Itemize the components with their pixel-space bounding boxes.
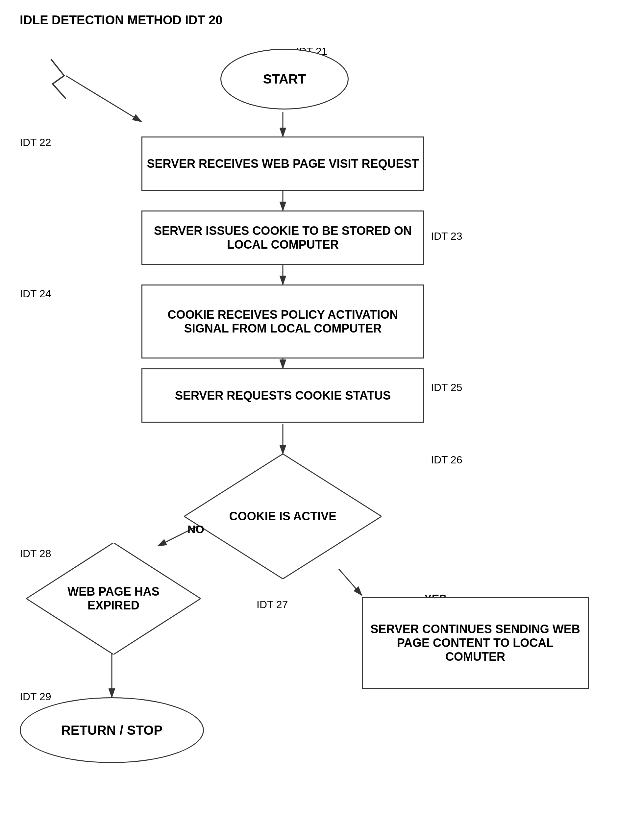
diamond-idt28-label: WEB PAGE HAS EXPIRED (52, 569, 174, 628)
diamond-idt28: WEB PAGE HAS EXPIRED (26, 543, 201, 654)
idt24-label: COOKIE RECEIVES POLICY ACTIVATION SIGNAL… (146, 308, 420, 336)
box-idt24: COOKIE RECEIVES POLICY ACTIVATION SIGNAL… (142, 284, 424, 359)
idt27-label: SERVER CONTINUES SENDING WEB PAGE CONTEN… (366, 622, 584, 664)
label-idt24: IDT 24 (20, 288, 51, 300)
idt29-label: RETURN / STOP (61, 723, 163, 738)
label-idt27: IDT 27 (256, 599, 288, 611)
svg-line-1 (66, 76, 142, 122)
return-stop-oval: RETURN / STOP (20, 697, 204, 763)
diamond-idt26: COOKIE IS ACTIVE (184, 454, 382, 579)
idt22-label: SERVER RECEIVES WEB PAGE VISIT REQUEST (147, 157, 419, 171)
no-label: NO (188, 523, 204, 536)
label-idt23: IDT 23 (431, 230, 462, 242)
diamond-idt26-label: COOKIE IS ACTIVE (217, 487, 349, 546)
label-idt26: IDT 26 (431, 454, 462, 466)
box-idt23: SERVER ISSUES COOKIE TO BE STORED ON LOC… (142, 210, 424, 265)
label-idt22: IDT 22 (20, 137, 51, 148)
label-idt29: IDT 29 (20, 691, 51, 703)
label-idt25: IDT 25 (431, 382, 462, 394)
start-label: START (263, 72, 306, 86)
idt23-label: SERVER ISSUES COOKIE TO BE STORED ON LOC… (146, 224, 420, 251)
diagram-title: IDLE DETECTION METHOD IDT 20 (20, 13, 222, 27)
idt25-label: SERVER REQUESTS COOKIE STATUS (175, 389, 391, 403)
box-idt25: SERVER REQUESTS COOKIE STATUS (142, 369, 424, 422)
diagram-container: IDLE DETECTION METHOD IDT 20 IDT 21 STAR… (0, 0, 643, 840)
start-oval: START (220, 49, 349, 109)
box-idt22: SERVER RECEIVES WEB PAGE VISIT REQUEST (142, 137, 424, 191)
box-idt27: SERVER CONTINUES SENDING WEB PAGE CONTEN… (362, 597, 589, 689)
